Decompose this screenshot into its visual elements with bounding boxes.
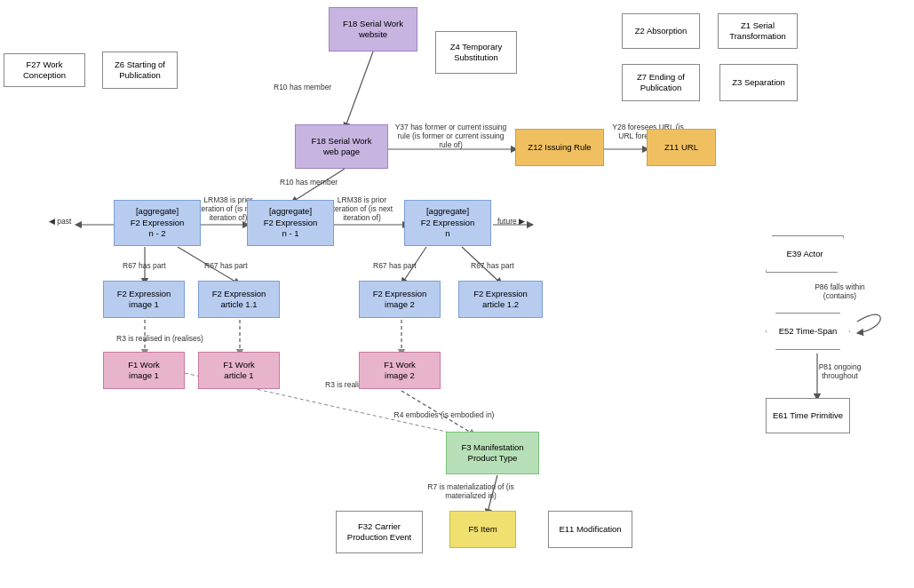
z1-serial-trans: Z1 Serial Transformation (718, 13, 798, 49)
f2-expr-art11: F2 Expression article 1.1 (198, 281, 280, 318)
agg-f2-n1: [aggregate] F2 Expression n - 1 (247, 200, 334, 246)
f3-manif: F3 Manifestation Product Type (446, 432, 539, 474)
e52-timespan: E52 Time-Span (766, 313, 850, 350)
f2-expr-img1: F2 Expression image 1 (103, 281, 185, 318)
f27-work: F27 Work Conception (4, 53, 85, 87)
svg-line-9 (178, 247, 240, 284)
svg-line-3 (291, 169, 345, 203)
r4-label: R4 embodies (is embodied in) (391, 410, 497, 419)
e39-actor: E39 Actor (766, 235, 844, 273)
z12-issuing: Z12 Issuing Rule (515, 129, 604, 166)
f1-work-img1: F1 Work image 1 (103, 352, 185, 389)
r67-label-3: R67 has part (373, 261, 417, 270)
svg-line-17 (487, 475, 497, 515)
r67-label-2: R67 has part (204, 261, 248, 270)
z11-url: Z11 URL (647, 129, 716, 166)
f2-expr-img2: F2 Expression image 2 (359, 281, 441, 318)
e61-timeprim: E61 Time Primitive (766, 398, 850, 433)
z4-temp-sub: Z4 Temporary Substitution (435, 31, 517, 74)
p81-label: P81 ongoing throughout (807, 362, 873, 380)
f1-work-img2: F1 Work image 2 (359, 352, 441, 389)
future-label: future ▶ (497, 217, 525, 226)
f2-expr-art12: F2 Expression article 1.2 (458, 281, 543, 318)
f5-item: F5 Item (449, 511, 516, 548)
agg-f2-n: [aggregate] F2 Expression n (404, 200, 491, 246)
svg-line-0 (345, 52, 373, 129)
y37-label: Y37 has former or current issuing rule (… (391, 123, 511, 150)
z7-ending: Z7 Ending of Publication (622, 64, 700, 101)
r3-label-1: R3 is realised in (realises) (115, 334, 204, 343)
e11-mod: E11 Modification (548, 511, 632, 548)
r7-label: R7 is materialization of (is materialize… (417, 482, 524, 500)
p86-label: P86 falls within (contains) (807, 282, 873, 300)
past-label: ◀ past (49, 217, 71, 226)
svg-line-16 (401, 391, 475, 435)
svg-line-10 (401, 247, 426, 284)
f32-carrier: F32 Carrier Production Event (336, 511, 423, 553)
r67-label-1: R67 has part (123, 261, 166, 270)
f18-serial-webpage: F18 Serial Work web page (295, 124, 388, 169)
r10-label-1: R10 has member (274, 83, 331, 91)
r10-label-2: R10 has member (280, 178, 338, 187)
lrm38-label-2: LRM38 is prior iteration of (is next ite… (329, 195, 395, 223)
diagram-container: F18 Serial Work website Z4 Temporary Sub… (0, 0, 914, 588)
svg-line-11 (462, 247, 502, 284)
agg-f2-n2: [aggregate] F2 Expression n - 2 (114, 200, 201, 246)
z6-starting: Z6 Starting of Publication (102, 52, 178, 89)
z3-separation: Z3 Separation (719, 64, 798, 101)
z2-absorption: Z2 Absorption (622, 13, 700, 49)
f18-serial-website: F18 Serial Work website (329, 7, 417, 52)
f1-work-art1: F1 Work article 1 (198, 352, 280, 389)
r67-label-4: R67 has part (471, 261, 514, 270)
